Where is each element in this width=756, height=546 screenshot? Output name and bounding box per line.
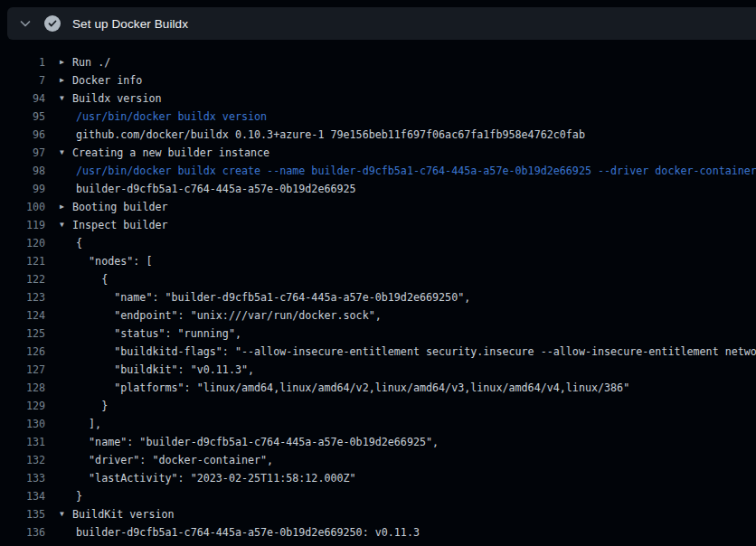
log-line: 123 "name": "builder-d9cfb5a1-c764-445a-… bbox=[0, 288, 756, 306]
log-line-text[interactable]: ▶Booting builder bbox=[60, 198, 168, 216]
log-line: 7 ▶Docker info bbox=[0, 71, 756, 89]
log-line: 130 ], bbox=[0, 415, 756, 433]
log-line: 126 "buildkitd-flags": "--allow-insecure… bbox=[0, 343, 756, 361]
log-line: 131 "name": "builder-d9cfb5a1-c764-445a-… bbox=[0, 433, 756, 451]
log-line-text: "buildkitd-flags": "--allow-insecure-ent… bbox=[60, 343, 756, 361]
log-line: 100 ▶Booting builder bbox=[0, 198, 756, 216]
log-group-title: Run ./ bbox=[72, 56, 110, 69]
log-line-number[interactable]: 120 bbox=[0, 234, 45, 252]
log-line: 132 "driver": "docker-container", bbox=[0, 451, 756, 469]
log-line: 136 builder-d9cfb5a1-c764-445a-a57e-0b19… bbox=[0, 523, 756, 541]
log-line: 134 } bbox=[0, 487, 756, 505]
log-line: 121 "nodes": [ bbox=[0, 252, 756, 270]
step-header[interactable]: Set up Docker Buildx bbox=[7, 7, 756, 40]
log-line-number[interactable]: 1 bbox=[0, 53, 45, 71]
log-line: 125 "status": "running", bbox=[0, 325, 756, 343]
log-line-text[interactable]: ▶Docker info bbox=[60, 71, 142, 89]
log-line-number[interactable]: 136 bbox=[0, 523, 45, 541]
log-line-text: { bbox=[60, 270, 108, 288]
log-line-number[interactable]: 125 bbox=[0, 325, 45, 343]
log-line-number[interactable]: 132 bbox=[0, 451, 45, 469]
log-line-number[interactable]: 98 bbox=[0, 162, 45, 180]
log-line-number[interactable]: 121 bbox=[0, 252, 45, 270]
log-line-text: { bbox=[60, 234, 82, 252]
log-line-text: github.com/docker/buildx 0.10.3+azure-1 … bbox=[60, 126, 585, 144]
log-group-title: Booting builder bbox=[72, 201, 168, 213]
log-line-text[interactable]: ▼Inspect builder bbox=[60, 216, 168, 234]
log-line-number[interactable]: 124 bbox=[0, 306, 45, 325]
log-line: 97 ▼Creating a new builder instance bbox=[0, 144, 756, 162]
log-line-number[interactable]: 135 bbox=[0, 505, 45, 523]
check-circle-icon bbox=[44, 15, 61, 32]
log-line-number[interactable]: 99 bbox=[0, 180, 45, 198]
log-line-text: "status": "running", bbox=[60, 325, 241, 343]
log-line-text: "name": "builder-d9cfb5a1-c764-445a-a57e… bbox=[60, 433, 439, 451]
log-line-number[interactable]: 123 bbox=[0, 288, 45, 306]
triangle-down-icon: ▼ bbox=[60, 89, 72, 108]
log-line-text: "buildkit": "v0.11.3", bbox=[60, 361, 254, 379]
log-line-number[interactable]: 126 bbox=[0, 343, 45, 361]
log-line-number[interactable]: 96 bbox=[0, 126, 45, 144]
log-line-number[interactable]: 94 bbox=[0, 89, 45, 108]
log-line-text: builder-d9cfb5a1-c764-445a-a57e-0b19d2e6… bbox=[60, 180, 356, 198]
log-line: 96 github.com/docker/buildx 0.10.3+azure… bbox=[0, 126, 756, 144]
log-line: 128 "platforms": "linux/amd64,linux/amd6… bbox=[0, 379, 756, 397]
log-line-number[interactable]: 122 bbox=[0, 270, 45, 288]
log-line-text: /usr/bin/docker buildx create --name bui… bbox=[60, 162, 756, 180]
log-line-text[interactable]: ▼Buildx version bbox=[60, 89, 162, 108]
log-line-text: "platforms": "linux/amd64,linux/amd64/v2… bbox=[60, 379, 629, 397]
log-line-text[interactable]: ▼BuildKit version bbox=[60, 505, 175, 523]
log-line-text: builder-d9cfb5a1-c764-445a-a57e-0b19d2e6… bbox=[60, 523, 420, 541]
log-line: 120 { bbox=[0, 234, 756, 252]
log-line-number[interactable]: 95 bbox=[0, 108, 45, 126]
log-line-text: "name": "builder-d9cfb5a1-c764-445a-a57e… bbox=[60, 288, 470, 306]
log-line: 94 ▼Buildx version bbox=[0, 89, 756, 108]
triangle-down-icon: ▼ bbox=[60, 216, 72, 234]
log-line: 99 builder-d9cfb5a1-c764-445a-a57e-0b19d… bbox=[0, 180, 756, 198]
actions-log-viewer: Set up Docker Buildx 1 ▶Run ./ 7 ▶Docker… bbox=[0, 0, 756, 546]
log-group-title: BuildKit version bbox=[72, 508, 175, 521]
log-line-number[interactable]: 127 bbox=[0, 361, 45, 379]
log-line-text: "lastActivity": "2023-02-25T11:58:12.000… bbox=[60, 469, 356, 487]
chevron-down-icon[interactable] bbox=[18, 16, 33, 31]
log-line-number[interactable]: 7 bbox=[0, 71, 45, 89]
step-title: Set up Docker Buildx bbox=[72, 17, 188, 31]
log-line: 95 /usr/bin/docker buildx version bbox=[0, 108, 756, 126]
log-group-title: Docker info bbox=[72, 74, 142, 87]
log-line-text: ], bbox=[60, 415, 101, 433]
log-group-title: Creating a new builder instance bbox=[72, 146, 269, 159]
log-line-number[interactable]: 129 bbox=[0, 397, 45, 415]
triangle-down-icon: ▼ bbox=[60, 144, 72, 162]
log-line-text: } bbox=[60, 397, 108, 415]
log-line: 124 "endpoint": "unix:///var/run/docker.… bbox=[0, 306, 756, 325]
log-area: 1 ▶Run ./ 7 ▶Docker info 94 ▼Buildx vers… bbox=[0, 40, 756, 546]
triangle-down-icon: ▼ bbox=[60, 505, 72, 523]
log-line-text[interactable]: ▶Run ./ bbox=[60, 53, 110, 71]
log-line-text: "driver": "docker-container", bbox=[60, 451, 273, 469]
triangle-right-icon: ▶ bbox=[60, 53, 72, 71]
log-line-number[interactable]: 119 bbox=[0, 216, 45, 234]
log-line-text[interactable]: ▼Creating a new builder instance bbox=[60, 144, 269, 162]
log-line-text: "endpoint": "unix:///var/run/docker.sock… bbox=[60, 306, 382, 325]
log-line-number[interactable]: 100 bbox=[0, 198, 45, 216]
log-group-title: Inspect builder bbox=[72, 219, 168, 231]
log-line-number[interactable]: 130 bbox=[0, 415, 45, 433]
log-line-number[interactable]: 131 bbox=[0, 433, 45, 451]
log-line: 133 "lastActivity": "2023-02-25T11:58:12… bbox=[0, 469, 756, 487]
log-line-number[interactable]: 128 bbox=[0, 379, 45, 397]
log-line-text: } bbox=[60, 487, 82, 505]
triangle-right-icon: ▶ bbox=[60, 198, 72, 216]
log-line: 119 ▼Inspect builder bbox=[0, 216, 756, 234]
log-line: 98 /usr/bin/docker buildx create --name … bbox=[0, 162, 756, 180]
log-line-number[interactable]: 134 bbox=[0, 487, 45, 505]
log-line: 1 ▶Run ./ bbox=[0, 53, 756, 71]
log-line-text: "nodes": [ bbox=[60, 252, 152, 270]
log-line-number[interactable]: 133 bbox=[0, 469, 45, 487]
log-line: 135 ▼BuildKit version bbox=[0, 505, 756, 523]
triangle-right-icon: ▶ bbox=[60, 71, 72, 89]
log-line: 129 } bbox=[0, 397, 756, 415]
log-line-text: /usr/bin/docker buildx version bbox=[60, 108, 267, 126]
log-line-number[interactable]: 97 bbox=[0, 144, 45, 162]
log-line: 127 "buildkit": "v0.11.3", bbox=[0, 361, 756, 379]
log-line: 122 { bbox=[0, 270, 756, 288]
